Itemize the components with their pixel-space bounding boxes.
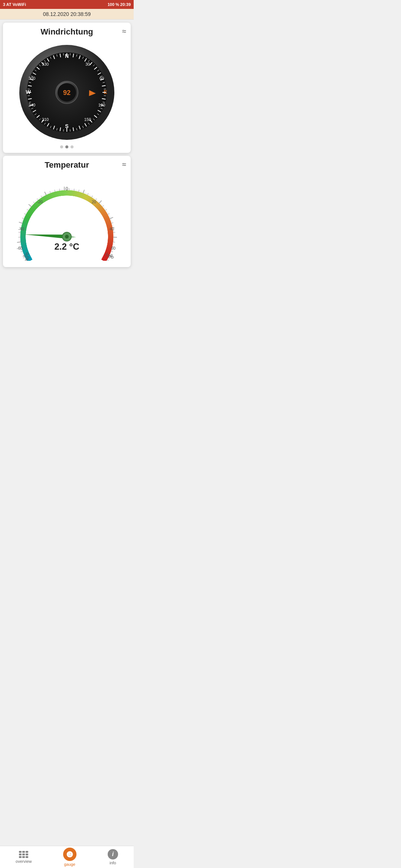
temperature-title: Temperatur [7, 160, 126, 170]
needle-group [24, 232, 76, 241]
compass-tick [104, 89, 106, 89]
temp-label-p40: 40 [110, 227, 114, 231]
status-right: 100 % 20:39 [108, 2, 131, 7]
dot-2 [65, 145, 68, 148]
datetime-bar: 08.12.2020 20:38:59 [0, 9, 134, 20]
temp-label-n60: -60 [17, 246, 23, 250]
temp-tick [17, 242, 21, 242]
carrier-text: 3 AT VoWiFi [3, 2, 26, 7]
temperature-value-text: 2.2 °C [55, 241, 79, 251]
main-content: Windrichtung ≈ [0, 23, 134, 292]
temp-tick [92, 195, 93, 197]
temp-tick [64, 187, 65, 190]
temp-tick [27, 209, 29, 210]
gauge-container: 0 -20 20 -40 40 -60 60 -80 80 -100 100 [7, 174, 126, 263]
temp-tick [105, 209, 107, 210]
dot-3 [71, 145, 74, 148]
dot-1 [60, 145, 63, 148]
temp-arc-segment [105, 257, 105, 259]
compass-tick [63, 53, 64, 55]
wind-card: Windrichtung ≈ [3, 23, 131, 153]
compass-tick [70, 129, 71, 132]
temp-tick [113, 242, 115, 242]
compass-tick [27, 89, 30, 89]
temp-label-n20: -20 [37, 200, 43, 204]
compass-tick [104, 96, 106, 96]
temp-tick [74, 189, 74, 191]
time-text: 20:39 [120, 2, 131, 7]
temp-label-p20: 20 [92, 200, 96, 204]
compass-tick [27, 96, 30, 96]
compass-wrapper: N S W E 30 60 120 150 210 240 300 330 [19, 44, 115, 141]
temp-tick [19, 222, 23, 223]
battery-text: 100 % [108, 2, 119, 7]
status-bar: 3 AT VoWiFi 100 % 20:39 [0, 0, 134, 9]
compass-value-text: 92 [63, 89, 71, 96]
temp-label-0: 0 [66, 186, 68, 191]
temp-tick [113, 232, 115, 233]
compass-tick [70, 53, 71, 55]
temperature-card: Temperatur ≈ [3, 156, 131, 267]
datetime-text: 08.12.2020 20:38:59 [43, 11, 91, 17]
compass-dots [7, 145, 126, 148]
label-30: 30 [85, 62, 90, 66]
temp-tick [19, 232, 21, 233]
temp-label-n40: -40 [18, 227, 24, 231]
wind-title: Windrichtung [7, 27, 126, 37]
temp-tick [83, 190, 85, 193]
temp-tick [59, 189, 60, 191]
compass-svg: N S W E 30 60 120 150 210 240 300 330 [19, 44, 115, 141]
needle-hub-inner [65, 235, 69, 239]
temp-label-p60: 60 [111, 246, 115, 250]
status-left: 3 AT VoWiFi [3, 2, 26, 7]
temperature-chart-icon[interactable]: ≈ [122, 160, 126, 169]
compass-container: N S W E 30 60 120 150 210 240 300 330 [7, 40, 126, 142]
temperature-gauge-svg: 0 -20 20 -40 40 -60 60 -80 80 -100 100 [9, 175, 124, 261]
temp-tick [41, 195, 42, 197]
compass-tick [63, 129, 64, 132]
needle-body [24, 233, 63, 238]
wind-chart-icon[interactable]: ≈ [122, 27, 126, 36]
